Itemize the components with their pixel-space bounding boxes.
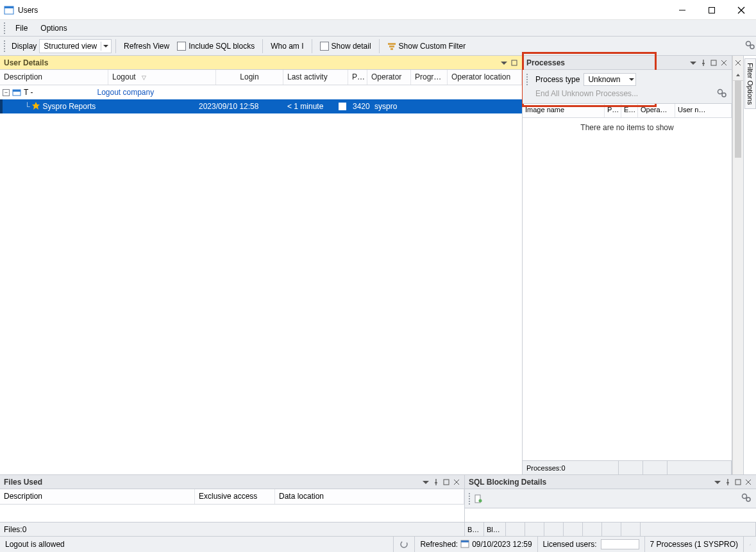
collapse-icon[interactable]: − (3, 89, 10, 96)
tree-row-selected[interactable]: └ Syspro Reports 2023/09/10 12:58 < 1 mi… (0, 99, 522, 113)
end-all-processes-button[interactable]: End All Unknown Processes... (535, 89, 638, 98)
scroll-thumb[interactable] (735, 81, 741, 158)
svg-point-23 (722, 93, 726, 97)
col-program[interactable]: Program (411, 70, 448, 85)
svg-rect-28 (444, 480, 449, 485)
show-custom-filter-button[interactable]: Show Custom Filter (383, 40, 470, 53)
svg-rect-8 (389, 46, 394, 47)
panel-menu-button[interactable] (712, 479, 723, 485)
gear-icon[interactable] (741, 492, 752, 505)
menubar: File Options (0, 20, 756, 37)
sql-blocking-panel: SQL Blocking Details B… Bl… (465, 475, 756, 536)
processes-panel: Processes Process type Unknown (523, 56, 732, 474)
svg-marker-31 (714, 481, 721, 484)
refresh-view-button[interactable]: Refresh View (120, 40, 173, 53)
process-type-dropdown[interactable]: Unknown (584, 73, 636, 86)
col-description[interactable]: Description (0, 489, 195, 504)
svg-rect-3 (709, 7, 715, 13)
panel-title: User Details (4, 58, 48, 67)
tree-root-row[interactable]: − T - Logout company (0, 85, 522, 99)
calendar-icon (460, 539, 469, 550)
col-user-name[interactable]: User n… (675, 104, 732, 117)
right-cluster: Processes Process type Unknown (523, 56, 756, 474)
svg-rect-32 (735, 480, 741, 485)
maximize-panel-button[interactable] (709, 60, 719, 66)
scroll-up-button[interactable] (733, 70, 743, 81)
col-exclusive[interactable]: Exclusive access (195, 489, 275, 504)
display-value: Structured view (44, 42, 97, 51)
show-custom-filter-label: Show Custom Filter (399, 42, 466, 51)
close-sidebar-button[interactable] (733, 56, 743, 70)
col-operator-location[interactable]: Operator location (448, 70, 522, 85)
col-operator[interactable]: Operator (367, 70, 411, 85)
gear-icon[interactable] (716, 87, 728, 101)
licensed-users-segment: Licensed users: (537, 537, 644, 552)
col-logout[interactable]: Logout ▽ (108, 70, 216, 85)
close-button[interactable] (727, 1, 756, 20)
chevron-down-icon (101, 42, 110, 51)
panel-menu-button[interactable] (499, 60, 509, 66)
grip-icon (469, 493, 471, 505)
panel-title: Processes (526, 58, 565, 67)
col-end[interactable]: End (621, 104, 638, 117)
col-data-location[interactable]: Data location (275, 489, 464, 504)
display-label: Display (9, 42, 39, 51)
show-detail-toggle[interactable]: Show detail (316, 40, 375, 53)
col-operator[interactable]: Opera… (638, 104, 675, 117)
col-last-activity[interactable]: Last activity (283, 70, 348, 85)
grip-icon (526, 74, 529, 85)
document-icon[interactable] (474, 494, 483, 503)
maximize-panel-button[interactable] (441, 479, 451, 485)
display-dropdown[interactable]: Structured view (39, 39, 112, 53)
sql-col-b1[interactable]: B… (465, 523, 484, 536)
panel-title: Files Used (4, 478, 42, 487)
close-panel-button[interactable] (743, 479, 753, 485)
pin-icon[interactable] (698, 60, 709, 66)
row-last-activity: < 1 minute (287, 102, 323, 111)
minimize-button[interactable] (668, 1, 697, 20)
maximize-button[interactable] (697, 1, 727, 20)
processes-status-bar: Processes:0 (523, 460, 732, 474)
star-icon (31, 101, 40, 112)
include-sql-label: Include SQL blocks (189, 42, 255, 51)
resize-grip-icon[interactable] (743, 537, 756, 552)
processes-count: Processes:0 (523, 461, 619, 474)
checkbox-icon (177, 42, 186, 51)
files-used-columns: Description Exclusive access Data locati… (0, 489, 464, 505)
maximize-panel-button[interactable] (509, 60, 519, 66)
app-icon (4, 5, 14, 15)
menu-file[interactable]: File (9, 22, 34, 35)
panel-menu-button[interactable] (421, 479, 431, 485)
maximize-panel-button[interactable] (733, 479, 743, 485)
svg-point-10 (746, 42, 751, 46)
close-panel-button[interactable] (451, 479, 462, 485)
svg-line-44 (751, 545, 752, 546)
logout-company-link[interactable]: Logout company (97, 88, 154, 97)
col-description[interactable]: Description (0, 70, 108, 85)
col-pid[interactable]: PID (605, 104, 621, 117)
sql-col-b2[interactable]: Bl… (484, 523, 506, 536)
pin-icon[interactable] (723, 479, 733, 485)
row-checkbox[interactable] (339, 103, 346, 110)
user-details-header: User Details (0, 56, 522, 70)
col-pid[interactable]: PID (348, 70, 367, 85)
menu-options[interactable]: Options (34, 22, 73, 35)
pin-icon[interactable] (431, 479, 441, 485)
tab-filter-options[interactable]: Filter Options (744, 58, 756, 109)
gear-icon[interactable] (744, 39, 756, 53)
bottom-panels: Files Used Description Exclusive access … (0, 475, 756, 537)
svg-point-39 (401, 541, 407, 548)
col-image-name[interactable]: Image name (523, 104, 605, 117)
who-am-i-button[interactable]: Who am I (267, 40, 307, 53)
col-login[interactable]: Login (216, 70, 283, 85)
svg-rect-18 (711, 60, 716, 65)
vertical-scrollbar[interactable] (732, 56, 743, 474)
close-panel-button[interactable] (719, 60, 729, 66)
user-details-panel: User Details Description Logout ▽ Login … (0, 56, 523, 474)
svg-point-37 (743, 494, 747, 499)
filter-icon (387, 42, 396, 51)
sql-blocking-header: SQL Blocking Details (465, 475, 756, 489)
include-sql-toggle[interactable]: Include SQL blocks (173, 40, 258, 53)
panel-menu-button[interactable] (688, 60, 698, 66)
files-count: Files:0 (4, 525, 26, 534)
